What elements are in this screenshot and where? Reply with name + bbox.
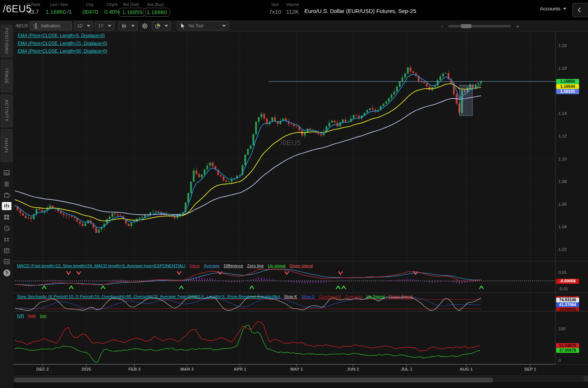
history-clock-icon[interactable] (0, 223, 13, 234)
stoch-label[interactable]: Slow Stochastic (K Period=10, D Period=1… (17, 294, 280, 299)
scrollbar-thumb[interactable] (14, 378, 493, 382)
macd-histogram-bar (53, 280, 53, 281)
stoch-legend-item[interactable]: Slow D (301, 294, 315, 299)
bid-label: Bid (Sell) (118, 2, 144, 7)
macd-histogram-bar (381, 281, 381, 281)
macd-legend-item[interactable]: Down signal (290, 263, 313, 268)
macd-legend-item[interactable]: Difference (224, 263, 243, 268)
macd-legend-row: MACD (Fast length=12, Slow length=26, MA… (17, 263, 317, 268)
tab-trade[interactable]: TRADE (1, 60, 13, 92)
candle-body (261, 114, 263, 117)
macd-legend-item[interactable]: Zero line (247, 263, 264, 268)
main-chart[interactable]: /6EU5 (0, 0, 588, 388)
tv-icon[interactable] (0, 189, 13, 200)
chart-settings-button[interactable] (139, 21, 150, 30)
candle-body (19, 210, 21, 213)
quote-window-icon[interactable] (0, 167, 13, 178)
candle-body (63, 213, 64, 215)
size-value: 7x10 (266, 8, 284, 16)
people-icon[interactable] (0, 234, 13, 245)
grid-icon[interactable] (0, 212, 13, 223)
tab-activity[interactable]: ACTIVITY (1, 94, 13, 127)
candlestick-icon (121, 23, 127, 29)
stoch-legend-item[interactable]: Oversold (345, 294, 362, 299)
range-select[interactable]: 1Y (95, 21, 114, 30)
macd-legend-item[interactable]: Up signal (268, 263, 285, 268)
collapse-panel-button[interactable] (572, 3, 588, 17)
list-icon[interactable] (0, 178, 13, 189)
candle-body (201, 174, 203, 177)
chart-icon[interactable] (0, 200, 13, 212)
ask-button[interactable]: 1.16860 (143, 8, 170, 17)
stoch-legend-item[interactable]: Down Signal (389, 294, 413, 299)
ema50-label[interactable]: EMA (Price=CLOSE, Length=50, Displace=0) (18, 49, 107, 54)
candle-body (253, 134, 254, 146)
stoch-legend-item[interactable]: Overbought (319, 294, 341, 299)
accounts-dropdown[interactable]: Accounts (540, 6, 567, 11)
fx-functions-icon[interactable]: FX (0, 256, 13, 267)
macd-legend-item[interactable]: Value (189, 263, 200, 268)
indicators-button[interactable]: Indicators (30, 21, 72, 30)
macd-histogram-bar (283, 281, 283, 281)
macd-histogram-bar (177, 281, 178, 281)
macd-histogram-bar (264, 278, 264, 281)
zoom-in-button[interactable]: + (516, 23, 519, 29)
candle-body (228, 182, 230, 182)
bid-value: 1.16855 (122, 9, 142, 15)
candle-body (331, 121, 333, 123)
candle-body (391, 94, 392, 98)
candle-body (250, 146, 251, 149)
macd-histogram-bar (410, 279, 411, 281)
ema5-label[interactable]: EMA (Price=CLOSE, Length=5, Displace=0) (18, 33, 105, 38)
macd-histogram-bar (250, 279, 251, 281)
candle-body (209, 163, 211, 166)
candle-body (117, 215, 119, 216)
macd-histogram-bar (332, 281, 332, 281)
candle-body (114, 213, 116, 214)
macd-histogram-bar (445, 281, 446, 281)
zoom-out-button[interactable]: - (441, 23, 443, 29)
active-tool-label: No Tool (188, 23, 203, 29)
macd-label[interactable]: MACD (Fast length=12, Slow length=26, MA… (17, 263, 186, 268)
stoch-legend-item[interactable]: Up Signal (366, 294, 385, 299)
macd-legend-item[interactable]: Average (204, 263, 220, 268)
candle-body (49, 206, 51, 208)
candle-body (334, 121, 335, 123)
ema21-label[interactable]: EMA (Price=CLOSE, Length=21, Displace=0) (18, 41, 107, 46)
stoch-legend-item[interactable]: Slow K (284, 294, 297, 299)
macd-histogram-bar (302, 281, 302, 283)
zoom-slider-track[interactable] (448, 25, 511, 27)
ask-value: 1.16860 (147, 9, 167, 15)
tab-positions[interactable]: POSITIONS (1, 25, 13, 57)
ivr-legend-item[interactable]: low (40, 314, 46, 318)
chart-type-select[interactable] (118, 21, 138, 30)
ivr-label[interactable]: IVR (17, 314, 24, 318)
timeframe-select[interactable]: 1D (74, 21, 93, 30)
timeframe-value: 1D (77, 23, 83, 29)
calendar-back-icon[interactable] (0, 245, 13, 256)
tab-tastyfx[interactable]: tastyfx (1, 129, 13, 162)
macd-histogram-bar (210, 278, 210, 281)
chevron-down-icon (87, 25, 90, 27)
chart-icon-active-bg (2, 202, 11, 210)
help-button[interactable]: ? (3, 269, 10, 276)
bid-button[interactable]: 1.16855 (118, 8, 146, 17)
toolbar-symbol: /6EU5 (16, 23, 28, 29)
candle-body (206, 166, 208, 169)
macd-histogram-bar (215, 279, 216, 281)
zoom-slider-thumb[interactable] (461, 24, 471, 28)
candle-body (231, 179, 233, 182)
ivr-legend-item[interactable]: high (28, 314, 36, 318)
scrollbar-track[interactable] (13, 375, 584, 382)
macd-histogram-bar (272, 279, 273, 281)
active-tool-select[interactable]: No Tool (177, 21, 229, 30)
macd-histogram-bar (258, 278, 259, 281)
candle-body (71, 216, 73, 217)
macd-histogram-bar (413, 279, 413, 281)
candle-body (274, 117, 276, 121)
drawings-select[interactable] (152, 21, 171, 30)
candle-body (399, 82, 401, 87)
macd-histogram-bar (291, 281, 291, 282)
macd-histogram-bar (324, 281, 324, 283)
candle-body (27, 218, 29, 218)
